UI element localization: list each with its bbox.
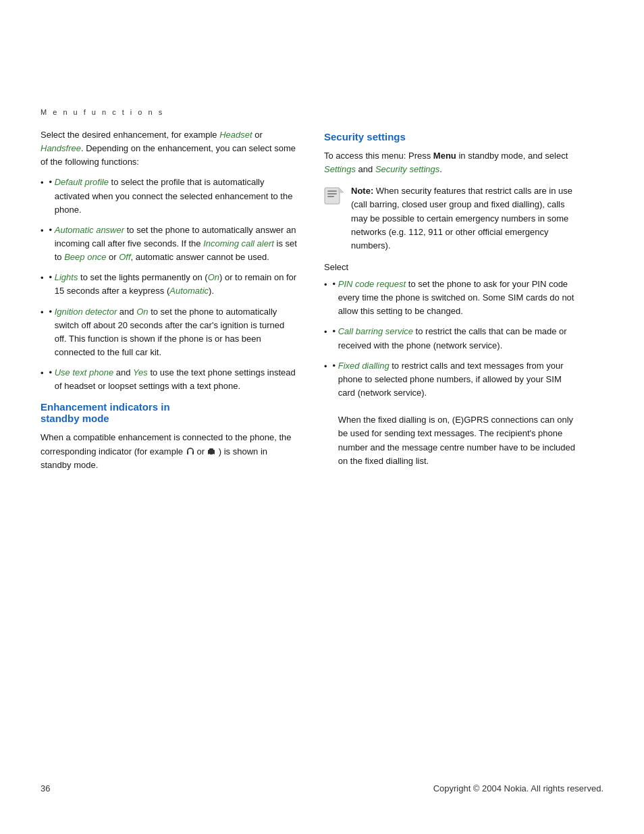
left-column: Select the desired enhancement, for exam…	[41, 128, 297, 479]
bullet-marker: •	[333, 325, 338, 338]
handsfree-link: Handsfree	[41, 143, 81, 153]
list-item: • Use text phone and Yes to use the text…	[41, 366, 297, 393]
bullet-marker: •	[333, 278, 338, 291]
bullet-marker: •	[49, 366, 55, 380]
security-settings-heading: Security settings	[324, 131, 581, 142]
enhancement-body: When a compatible enhancement is connect…	[41, 431, 297, 472]
lights-link: Lights	[55, 272, 78, 282]
automatic-link: Automatic	[169, 286, 209, 296]
access-final: .	[439, 164, 442, 174]
svg-rect-6	[327, 193, 337, 194]
select-label: Select	[324, 262, 581, 272]
bullet-content: Call barring service to restrict the cal…	[338, 325, 581, 352]
or-text: or	[197, 445, 205, 459]
car-kit-icon	[207, 447, 216, 457]
security-italic: Security settings	[375, 164, 439, 174]
standby-icons: or	[186, 445, 217, 459]
access-pre: To access this menu: Press	[324, 151, 433, 161]
enhancement-bullet-list: • Default profile to select the profile …	[41, 176, 297, 393]
call-barring-service-link: Call barring service	[338, 326, 413, 336]
two-column-layout: Select the desired enhancement, for exam…	[41, 128, 603, 479]
yes-link: Yes	[133, 367, 148, 377]
list-item: • Ignition detector and On to set the ph…	[41, 305, 297, 360]
note-icon	[324, 186, 344, 206]
note-body: When security features that restrict cal…	[351, 186, 572, 251]
off-link: Off	[119, 252, 130, 262]
headset-link: Headset	[219, 130, 252, 140]
use-text-phone-link: Use text phone	[55, 367, 113, 377]
bullet-content: Use text phone and Yes to use the text p…	[55, 366, 297, 393]
note-text: Note: When security features that restri…	[351, 184, 581, 253]
automatic-answer-link: Automatic answer	[55, 225, 124, 235]
note-box: Note: When security features that restri…	[324, 184, 581, 253]
svg-marker-9	[339, 188, 344, 192]
svg-rect-5	[327, 190, 337, 192]
page-footer: 36 Copyright © 2004 Nokia. All rights re…	[41, 781, 603, 793]
intro-or: or	[252, 130, 263, 140]
copyright-text: Copyright © 2004 Nokia. All rights reser…	[433, 783, 603, 793]
fixed-dialling-link: Fixed dialling	[338, 361, 390, 371]
bullet-content: Lights to set the lights permanently on …	[55, 271, 297, 298]
ignition-detector-link: Ignition detector	[55, 307, 117, 317]
incoming-call-alert-link: Incoming call alert	[203, 238, 274, 249]
svg-rect-7	[327, 196, 334, 197]
section-label: M e n u f u n c t i o n s	[41, 108, 603, 116]
intro-paragraph: Select the desired enhancement, for exam…	[41, 128, 297, 169]
bullet-content: Fixed dialling to restrict calls and tex…	[338, 359, 581, 468]
svg-point-2	[209, 454, 210, 455]
bullet-marker: •	[49, 224, 55, 237]
svg-rect-0	[208, 450, 215, 454]
security-bullet-list: • PIN code request to set the phone to a…	[324, 278, 581, 468]
default-profile-link: Default profile	[55, 177, 109, 187]
access-mid: in standby mode, and select	[456, 151, 568, 161]
bullet-content: PIN code request to set the phone to ask…	[338, 278, 581, 318]
right-column: Security settings To access this menu: P…	[324, 128, 581, 479]
bullet-content: Default profile to select the profile th…	[55, 176, 297, 216]
bullet-content: Automatic answer to set the phone to aut…	[55, 224, 297, 264]
access-text: To access this menu: Press Menu in stand…	[324, 149, 581, 176]
svg-rect-1	[209, 448, 213, 450]
intro-text-before: Select the desired enhancement, for exam…	[41, 130, 219, 140]
settings-italic: Settings	[324, 164, 356, 174]
bullet-marker: •	[49, 176, 55, 189]
list-item: • Fixed dialling to restrict calls and t…	[324, 359, 581, 468]
on-link2: On	[136, 307, 148, 317]
access-end: and	[356, 164, 375, 174]
headset-icon	[186, 447, 195, 457]
list-item: • Automatic answer to set the phone to a…	[41, 224, 297, 264]
bullet-marker: •	[49, 305, 55, 319]
svg-point-3	[213, 454, 214, 455]
note-label: Note:	[351, 186, 373, 196]
bullet-content: Ignition detector and On to set the phon…	[55, 305, 297, 360]
pin-code-request-link: PIN code request	[338, 279, 406, 289]
page-number: 36	[41, 783, 50, 793]
bullet-marker: •	[333, 359, 338, 373]
list-item: • PIN code request to set the phone to a…	[324, 278, 581, 318]
on-link: On	[208, 272, 219, 282]
list-item: • Default profile to select the profile …	[41, 176, 297, 216]
list-item: • Lights to set the lights permanently o…	[41, 271, 297, 298]
page: M e n u f u n c t i o n s Select the des…	[0, 0, 644, 834]
menu-bold: Menu	[433, 151, 456, 161]
bullet-marker: •	[49, 271, 55, 284]
beep-once-link: Beep once	[64, 252, 106, 262]
list-item: • Call barring service to restrict the c…	[324, 325, 581, 352]
enhancement-indicators-heading: Enhancement indicators instandby mode	[41, 401, 297, 424]
